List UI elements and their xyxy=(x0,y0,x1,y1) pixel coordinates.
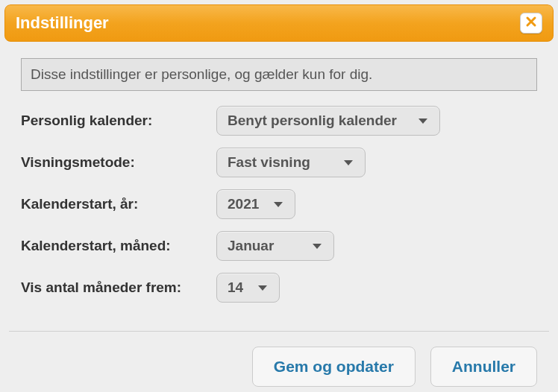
close-icon xyxy=(525,16,537,31)
select-value: Fast visning xyxy=(228,154,310,171)
select-personal-calendar[interactable]: Benyt personlig kalender xyxy=(216,106,440,136)
dialog-content: Disse indstillinger er personlige, og gæ… xyxy=(4,42,554,323)
select-display-method[interactable]: Fast visning xyxy=(216,148,366,177)
label-months-ahead: Vis antal måneder frem: xyxy=(21,279,216,296)
row-months-ahead: Vis antal måneder frem: 14 xyxy=(21,273,537,303)
dialog-button-bar: Gem og opdater Annuller xyxy=(4,332,554,392)
select-value: 2021 xyxy=(228,196,259,212)
label-start-month: Kalenderstart, måned: xyxy=(21,238,216,254)
label-start-year: Kalenderstart, år: xyxy=(21,196,216,212)
close-button[interactable] xyxy=(520,13,542,34)
settings-dialog: Indstillinger Disse indstillinger er per… xyxy=(4,4,554,392)
select-value: Januar xyxy=(228,238,274,254)
label-personal-calendar: Personlig kalender: xyxy=(21,113,216,129)
cancel-button[interactable]: Annuller xyxy=(430,347,537,387)
select-start-year[interactable]: 2021 xyxy=(216,189,295,219)
dialog-titlebar: Indstillinger xyxy=(4,4,554,42)
save-button[interactable]: Gem og opdater xyxy=(252,347,416,387)
dialog-title: Indstillinger xyxy=(16,13,109,33)
row-start-year: Kalenderstart, år: 2021 xyxy=(21,189,537,219)
row-display-method: Visningsmetode: Fast visning xyxy=(21,148,537,177)
info-message: Disse indstillinger er personlige, og gæ… xyxy=(21,58,537,91)
select-months-ahead[interactable]: 14 xyxy=(216,273,280,303)
chevron-down-icon xyxy=(311,241,323,251)
select-value: Benyt personlig kalender xyxy=(228,113,397,129)
chevron-down-icon xyxy=(342,157,354,168)
chevron-down-icon xyxy=(272,199,284,209)
chevron-down-icon xyxy=(417,116,429,126)
chevron-down-icon xyxy=(257,282,269,293)
row-start-month: Kalenderstart, måned: Januar xyxy=(21,231,537,261)
row-personal-calendar: Personlig kalender: Benyt personlig kale… xyxy=(21,106,537,136)
label-display-method: Visningsmetode: xyxy=(21,154,216,171)
select-start-month[interactable]: Januar xyxy=(216,231,334,261)
select-value: 14 xyxy=(228,279,243,296)
